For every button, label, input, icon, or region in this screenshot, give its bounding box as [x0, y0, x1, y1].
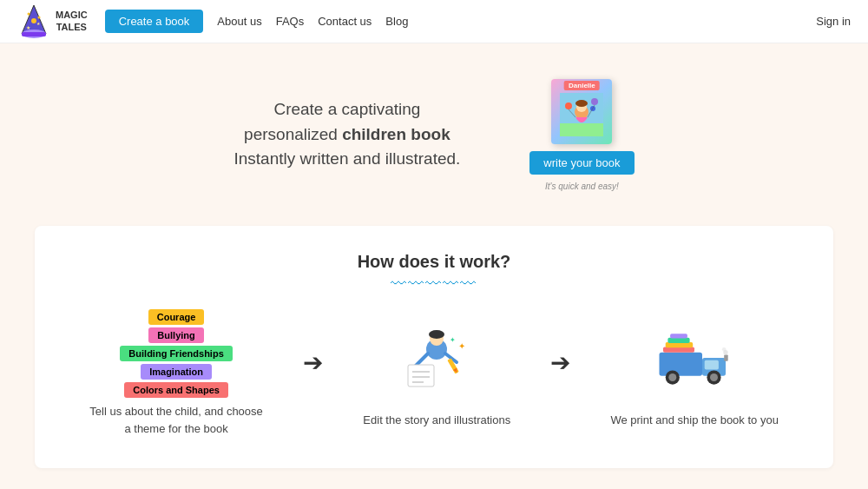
tag-imagination: Imagination — [141, 364, 212, 380]
write-book-button[interactable]: write your book — [529, 151, 634, 175]
hero-text: Create a captivating personalized childr… — [233, 97, 460, 172]
nav-links: Create a book About us FAQs Contact us B… — [105, 10, 817, 33]
tag-building-friendships: Building Friendships — [120, 346, 232, 361]
svg-rect-34 — [663, 347, 694, 352]
step-3-icon — [655, 323, 733, 401]
nav-contact-link[interactable]: Contact us — [318, 15, 372, 28]
tag-bullying: Bullying — [148, 327, 203, 343]
svg-point-44 — [722, 347, 727, 352]
svg-text:✦: ✦ — [458, 341, 465, 351]
step-2-icon: ✦ ✦ — [398, 323, 476, 401]
navbar: ★ ★ MAGIC TALES Create a book About us F… — [0, 0, 868, 43]
svg-rect-35 — [666, 342, 694, 347]
nav-create-book-button[interactable]: Create a book — [105, 10, 204, 33]
steps-container: Courage Bullying Building Friendships Im… — [69, 314, 799, 437]
hero-line2: personalized children book — [233, 122, 460, 148]
svg-rect-42 — [724, 354, 728, 360]
quick-easy-text: It's quick and easy! — [545, 182, 619, 191]
hero-line1: Create a captivating — [233, 97, 460, 122]
nav-about-link[interactable]: About us — [217, 15, 261, 28]
tags-stack: Courage Bullying Building Friendships Im… — [120, 309, 232, 398]
step-3-text: We print and ship the book to you — [610, 412, 778, 429]
truck-illustration — [655, 332, 733, 393]
svg-rect-9 — [560, 123, 603, 136]
svg-point-20 — [429, 330, 444, 339]
svg-point-14 — [591, 98, 598, 105]
logo: ★ ★ MAGIC TALES — [17, 3, 88, 40]
book-name-tag: Danielle — [564, 81, 600, 90]
arrow-2: ➔ — [550, 348, 570, 377]
book-character-illustration — [560, 93, 603, 136]
step-1-text: Tell us about the child, and choose a th… — [89, 403, 263, 437]
hero-book: Danielle — [529, 79, 634, 191]
svg-point-4 — [38, 16, 41, 18]
step-2: ✦ ✦ Edit the story and illustrations — [363, 323, 510, 429]
logo-icon: ★ ★ — [17, 3, 50, 40]
step-1: Courage Bullying Building Friendships Im… — [89, 314, 263, 437]
svg-text:★: ★ — [26, 25, 30, 30]
book-cover: Danielle — [551, 79, 612, 144]
nav-blog-link[interactable]: Blog — [385, 15, 408, 28]
svg-rect-23 — [408, 365, 434, 387]
arrow-1: ➔ — [303, 348, 323, 377]
step-3: We print and ship the book to you — [610, 323, 778, 429]
svg-rect-36 — [668, 337, 690, 342]
svg-point-41 — [710, 373, 718, 381]
svg-point-3 — [28, 12, 30, 15]
svg-point-13 — [565, 102, 572, 109]
svg-text:✦: ✦ — [450, 336, 456, 344]
hero-line3: Instantly written and illustrated. — [233, 147, 460, 172]
svg-rect-5 — [22, 32, 46, 36]
step-2-text: Edit the story and illustrations — [363, 412, 510, 429]
logo-text: MAGIC TALES — [56, 10, 88, 32]
tag-courage: Courage — [148, 309, 205, 325]
squiggle-decoration: 〰〰〰〰〰 — [69, 275, 799, 294]
cta-section: Create your book Creating a book is free… — [0, 468, 868, 489]
how-title: How does it work? — [69, 252, 799, 272]
how-section: How does it work? 〰〰〰〰〰 Courage Bullying… — [35, 226, 833, 468]
svg-rect-37 — [670, 334, 687, 338]
svg-point-12 — [575, 100, 588, 107]
nav-faqs-link[interactable]: FAQs — [276, 15, 305, 28]
svg-rect-33 — [705, 360, 719, 370]
svg-point-39 — [668, 373, 676, 381]
writer-illustration: ✦ ✦ — [398, 323, 476, 401]
step-1-icon: Courage Bullying Building Friendships Im… — [120, 314, 232, 393]
sign-in-link[interactable]: Sign in — [816, 15, 851, 28]
svg-rect-31 — [660, 353, 703, 376]
tag-colors-shapes: Colors and Shapes — [124, 382, 228, 398]
hero-bold: children book — [342, 125, 450, 143]
hero-section: Create a captivating personalized childr… — [0, 43, 868, 226]
